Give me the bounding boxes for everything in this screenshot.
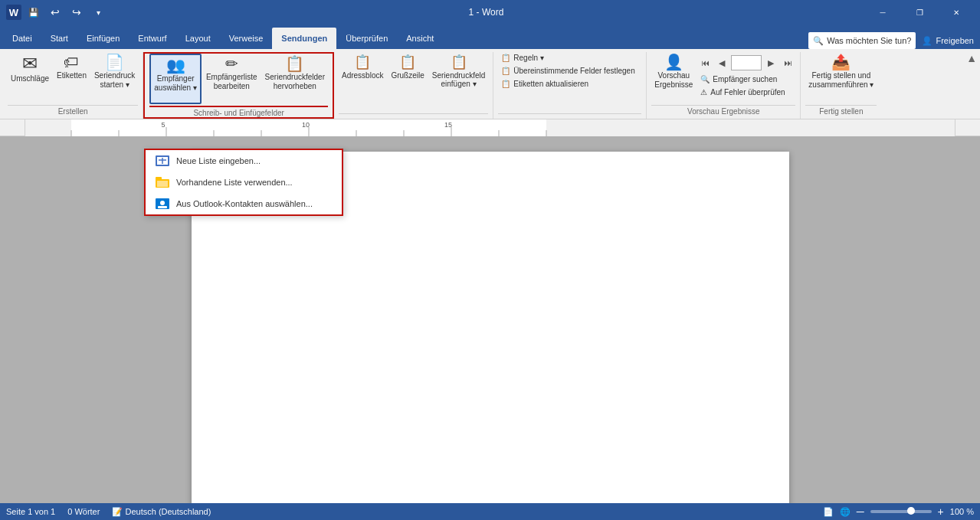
erstellen-group-label: Erstellen bbox=[8, 105, 138, 117]
zoom-in-button[interactable]: + bbox=[938, 505, 944, 518]
page-info: Seite 1 von 1 bbox=[6, 507, 55, 516]
empfaenger-suchen-label: Empfänger suchen bbox=[713, 75, 777, 83]
redo-button[interactable]: ↪ bbox=[67, 3, 86, 21]
prev-button[interactable]: ◀ bbox=[714, 55, 729, 70]
erstellen-buttons: ✉ Umschläge 🏷 Etiketten 📄 Seriendrucksta… bbox=[8, 52, 138, 103]
share-label: Freigeben bbox=[936, 36, 974, 45]
outlook-kontakte-item[interactable]: Aus Outlook-Kontakten auswählen... bbox=[146, 193, 342, 214]
regeln-group-label bbox=[498, 113, 641, 117]
seriendruck-label: Seriendruckstarten ▾ bbox=[94, 71, 135, 90]
tab-entwurf[interactable]: Entwurf bbox=[129, 28, 175, 49]
umschlaege-button[interactable]: ✉ Umschläge bbox=[8, 52, 52, 103]
last-button[interactable]: ⏭ bbox=[780, 55, 795, 70]
help-search-box[interactable]: 🔍 Was möchten Sie tun? bbox=[808, 32, 916, 49]
search-icon: 🔍 bbox=[813, 36, 824, 46]
save-button[interactable]: 💾 bbox=[25, 3, 43, 21]
neue-liste-item[interactable]: Neue Liste eingeben... bbox=[146, 150, 342, 172]
svg-rect-6 bbox=[157, 181, 168, 187]
finish-icon: 📤 bbox=[831, 54, 851, 70]
seriendruckfeld-einfuegen-button[interactable]: 📋 Seriendruckfeldeinfügen ▾ bbox=[429, 52, 488, 103]
tab-sendungen[interactable]: Sendungen bbox=[272, 28, 336, 49]
vorhandene-liste-item[interactable]: Vorhandene Liste verwenden... bbox=[146, 172, 342, 193]
ribbon-tabs: Datei Start Einfügen Entwurf Layout Verw… bbox=[0, 25, 980, 49]
match-fields-icon: 📋 bbox=[501, 67, 510, 75]
tab-start[interactable]: Start bbox=[41, 28, 77, 49]
outlook-kontakte-label: Aus Outlook-Kontakten auswählen... bbox=[176, 199, 313, 208]
etiketten-button[interactable]: 🏷 Etiketten bbox=[54, 52, 90, 103]
ribbon-group-einfuege: 📋 Adressblock 📋 Grußzeile 📋 Seriendruckf… bbox=[334, 52, 493, 119]
tab-einfuegen[interactable]: Einfügen bbox=[77, 28, 129, 49]
zoom-slider-container bbox=[870, 510, 932, 513]
share-button[interactable]: 👤 Freigeben bbox=[922, 36, 974, 46]
collapse-ribbon-button[interactable]: ▲ bbox=[966, 52, 977, 64]
status-bar-right: 📄 🌐 ─ + 100 % bbox=[823, 505, 974, 518]
seriendruckfelder-button[interactable]: 📋 Seriendruckfelderhervorheben bbox=[262, 54, 328, 104]
close-button[interactable]: ✕ bbox=[939, 0, 974, 25]
ubereinstimmende-button[interactable]: 📋 Übereinstimmende Felder festlegen bbox=[498, 65, 637, 77]
svg-text:15: 15 bbox=[444, 121, 452, 129]
check-errors-icon: ⚠ bbox=[700, 88, 707, 96]
vorschau-content: 👤 VorschauErgebnisse ⏮ ◀ ▶ ⏭ 🔍 Empf bbox=[651, 52, 795, 103]
horizontal-ruler: 5 10 15 bbox=[25, 119, 955, 136]
tab-verweise[interactable]: Verweise bbox=[220, 28, 273, 49]
tab-ansicht[interactable]: Ansicht bbox=[397, 28, 443, 49]
einfuege-buttons: 📋 Adressblock 📋 Grußzeile 📋 Seriendruckf… bbox=[339, 52, 488, 112]
etiketten-aktualisieren-label: Etiketten aktualisieren bbox=[513, 80, 588, 88]
empfaenger-auswaehlen-button[interactable]: 👥 Empfängerauswählen ▾ bbox=[149, 54, 202, 104]
tab-datei[interactable]: Datei bbox=[3, 28, 41, 49]
etiketten-aktualisieren-button[interactable]: 📋 Etiketten aktualisieren bbox=[498, 78, 592, 90]
first-button[interactable]: ⏮ bbox=[697, 55, 713, 70]
restore-button[interactable]: ❐ bbox=[902, 0, 937, 25]
folder-icon bbox=[155, 176, 170, 188]
adressblock-button[interactable]: 📋 Adressblock bbox=[339, 52, 386, 103]
ribbon-group-erstellen: ✉ Umschläge 🏷 Etiketten 📄 Seriendrucksta… bbox=[3, 52, 143, 119]
empfaengerliste-button[interactable]: ✏ Empfängerlistebearbeiten bbox=[203, 54, 261, 104]
layout-web-icon[interactable]: 🌐 bbox=[840, 507, 851, 517]
grusszeile-button[interactable]: 📋 Grußzeile bbox=[388, 52, 427, 103]
seriendruck-starten-button[interactable]: 📄 Seriendruckstarten ▾ bbox=[91, 52, 138, 103]
grusszeile-label: Grußzeile bbox=[391, 71, 424, 80]
zoom-level: 100 % bbox=[950, 507, 974, 516]
language-button[interactable]: 📝 Deutsch (Deutschland) bbox=[112, 507, 211, 517]
search-recipient-icon: 🔍 bbox=[700, 75, 710, 83]
fertigstellen-group-label: Fertig stellen bbox=[805, 105, 877, 117]
refresh-labels-icon: 📋 bbox=[501, 80, 510, 88]
minimize-button[interactable]: ─ bbox=[865, 0, 900, 25]
ribbon-group-empfaenger: 👥 Empfängerauswählen ▾ ✏ Empfängerlisteb… bbox=[143, 52, 334, 119]
seriendruckfelder-label: Seriendruckfelderhervorheben bbox=[265, 73, 325, 91]
auf-fehler-button[interactable]: ⚠ Auf Fehler überprüfen bbox=[697, 87, 795, 98]
fertigstellen-label: Fertig stellen undzusammenführen ▾ bbox=[808, 71, 873, 90]
envelope-icon: ✉ bbox=[22, 54, 38, 73]
layout-print-icon[interactable]: 📄 bbox=[823, 507, 834, 517]
page-nav-input[interactable] bbox=[731, 55, 762, 70]
zoom-slider-thumb bbox=[907, 507, 915, 515]
word-app-icon: W bbox=[6, 5, 21, 20]
vorschau-ergebnisse-button[interactable]: 👤 VorschauErgebnisse bbox=[651, 52, 696, 103]
svg-text:5: 5 bbox=[161, 121, 165, 129]
empfaenger-group-label: Schreib- und Einfügefelder bbox=[149, 106, 328, 119]
word-count: 0 Wörter bbox=[67, 507, 100, 516]
svg-rect-9 bbox=[158, 206, 167, 208]
tab-layout[interactable]: Layout bbox=[176, 28, 220, 49]
ribbon-content: ✉ Umschläge 🏷 Etiketten 📄 Seriendrucksta… bbox=[3, 52, 977, 119]
fertigstellen-button[interactable]: 📤 Fertig stellen undzusammenführen ▾ bbox=[805, 52, 877, 103]
window-controls: ─ ❐ ✕ bbox=[865, 0, 974, 25]
undo-button[interactable]: ↩ bbox=[46, 3, 64, 21]
regeln-button[interactable]: 📋 Regeln ▾ bbox=[498, 52, 546, 64]
svg-point-8 bbox=[160, 201, 165, 205]
regeln-content: 📋 Regeln ▾ 📋 Übereinstimmende Felder fes… bbox=[498, 52, 641, 112]
tab-ueberpruefen[interactable]: Überprüfen bbox=[336, 28, 397, 49]
next-button[interactable]: ▶ bbox=[763, 55, 778, 70]
zoom-out-button[interactable]: ─ bbox=[857, 505, 864, 518]
search-placeholder: Was möchten Sie tun? bbox=[827, 36, 911, 45]
vorhandene-liste-label: Vorhandene Liste verwenden... bbox=[176, 178, 293, 187]
adressblock-label: Adressblock bbox=[342, 71, 383, 80]
outlook-icon bbox=[155, 198, 170, 210]
recipients-icon: 👥 bbox=[166, 57, 185, 73]
zoom-slider[interactable] bbox=[870, 510, 932, 513]
customize-quick-access-button[interactable]: ▾ bbox=[89, 3, 107, 21]
empfaenger-suchen-button[interactable]: 🔍 Empfänger suchen bbox=[697, 74, 795, 85]
language-label: Deutsch (Deutschland) bbox=[125, 507, 211, 516]
nav-arrows: ⏮ ◀ ▶ ⏭ bbox=[697, 55, 795, 70]
empfaenger-label: Empfängerauswählen ▾ bbox=[154, 74, 197, 93]
